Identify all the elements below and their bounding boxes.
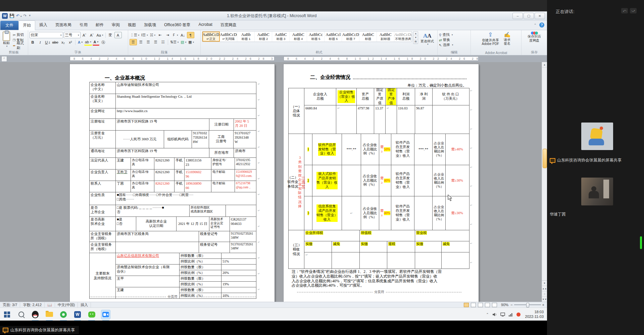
style-item[interactable]: AaBbC标题 4 (290, 32, 307, 42)
ribbon-tab[interactable]: 引用 (76, 20, 92, 30)
sort-icon[interactable]: A↓ (180, 32, 186, 38)
collapse-ribbon-icon[interactable]: ⌃ (534, 23, 537, 27)
web-layout-view-icon[interactable] (478, 303, 483, 307)
vertical-scrollbar[interactable]: ▲ ▼ ▲▲ ○ ▼▼ (542, 62, 547, 302)
font-family-select[interactable]: 仿宋▾ (30, 32, 63, 38)
restore-button[interactable]: ▢ (524, 13, 534, 19)
next-page-icon[interactable]: ▼▼ (542, 297, 547, 302)
scroll-down-icon[interactable]: ▼ (542, 281, 547, 286)
create-pdf-button[interactable]: ⇪ 创建并共享 Adobe PDF (481, 31, 501, 46)
style-item[interactable]: AaBbC标题 2 (255, 32, 272, 42)
shrink-font-icon[interactable]: Aˇ (89, 32, 95, 38)
cut-button[interactable]: ✂剪切 (13, 32, 27, 37)
network-icon[interactable] (508, 313, 513, 317)
subscript-button[interactable]: x₂ (60, 40, 66, 45)
ribbon-tab[interactable]: Office360 签章 (160, 20, 194, 30)
wechat-icon[interactable] (87, 310, 96, 319)
meeting-app-icon[interactable] (101, 310, 110, 319)
print-layout-view-icon[interactable] (464, 303, 469, 307)
find-button[interactable]: ⚲查找▾ (439, 32, 469, 37)
scrollbar-thumb[interactable] (543, 149, 547, 168)
zoom-slider-thumb[interactable] (526, 303, 529, 307)
word-taskbar-icon[interactable]: W (73, 310, 82, 319)
zoom-out-icon[interactable]: − (510, 303, 512, 307)
pop-out-right-icon[interactable]: ⤻ (630, 8, 637, 13)
style-item[interactable]: AaBbC标题 3 (272, 32, 290, 42)
character-border-icon[interactable]: A (114, 32, 122, 38)
participant-video-2[interactable] (581, 178, 613, 205)
style-item[interactable]: AaBb标题 1 (237, 32, 255, 42)
sidebar-scroll-indicator[interactable] (640, 236, 642, 249)
styles-gallery-scroll[interactable]: ▲▼▤ (413, 31, 418, 44)
browser-icon[interactable] (59, 310, 68, 319)
style-item[interactable]: AaBbCcDd↵无间隔 (220, 32, 237, 42)
qq-icon[interactable] (31, 310, 40, 319)
style-item[interactable]: AaBbCcD标题 7 (342, 32, 359, 42)
document-page-1[interactable]: 一、企业基本概况 企业名称 （中文）山东华迪智能技术有限公司企业名称 （英文）S… (70, 64, 275, 302)
start-button[interactable] (3, 310, 11, 319)
style-item[interactable]: AaBbCcDd↵正文 (202, 32, 220, 42)
decrease-indent-icon[interactable]: ⇤ (157, 32, 163, 38)
increase-indent-icon[interactable]: ⇥ (164, 32, 171, 38)
zoom-in-icon[interactable]: + (542, 303, 544, 307)
text-effects-icon[interactable]: A▾ (77, 40, 84, 45)
asian-layout-icon[interactable]: Ｆ▾ (171, 32, 179, 38)
ribbon-tab[interactable]: 邮件 (92, 20, 108, 30)
proofing-icon[interactable]: 📖 (45, 303, 55, 307)
highlight-color-icon[interactable]: ab▾ (84, 39, 92, 46)
tab-selector-icon[interactable]: ⌜ (1, 56, 7, 62)
numbering-icon[interactable]: Ⅰ☰▾ (141, 32, 149, 38)
justify-button[interactable]: ☰ (152, 39, 159, 45)
style-item[interactable]: AaBbCc标题 5 (307, 32, 325, 42)
file-tab[interactable]: 文件 (0, 21, 18, 30)
pop-out-left-icon[interactable]: ⤺ (621, 8, 628, 13)
file-explorer-icon[interactable] (45, 310, 54, 319)
zoom-slider[interactable] (514, 304, 541, 305)
distribute-button[interactable]: ☷ (160, 39, 166, 45)
volume-icon[interactable] (492, 313, 497, 317)
insert-mode[interactable]: 插入 (78, 302, 91, 307)
font-size-select[interactable]: 三号▾ (64, 32, 81, 38)
ruler-left-segment[interactable]: 8 6 4 2 2 4 6 8 10 12 14 16 18 20 22 24 … (70, 56, 275, 61)
format-painter-button[interactable]: ✒格式刷 (13, 43, 27, 48)
style-item[interactable]: AaBbC副标题 (377, 32, 394, 42)
zoom-level[interactable]: 90% (501, 303, 508, 307)
style-item[interactable]: AaBbCcDd不明显强调 (394, 32, 412, 42)
page-indicator[interactable]: 页面: 3/7 (0, 302, 20, 307)
ribbon-tab[interactable]: 开始 (18, 20, 35, 30)
scroll-up-icon[interactable]: ▲ (542, 62, 547, 67)
align-center-button[interactable]: ☰ (138, 39, 144, 45)
phonetic-guide-icon[interactable]: 变 (107, 32, 114, 38)
draft-view-icon[interactable] (492, 303, 497, 307)
save-to-baidu-button[interactable]: 保存到百 度网盘 (523, 31, 546, 43)
close-button[interactable]: ✕ (535, 13, 545, 19)
bullets-icon[interactable]: ⋮☰▾ (130, 32, 140, 38)
style-item[interactable]: AaBbCcl标题 6 (325, 32, 342, 42)
word-count[interactable]: 字数: 2,412 (20, 302, 45, 307)
display-icon[interactable] (500, 313, 505, 317)
select-button[interactable]: ↖选择▾ (439, 42, 469, 47)
align-right-button[interactable]: ☰ (145, 39, 152, 45)
select-browse-object-icon[interactable]: ○ (542, 291, 547, 297)
strikethrough-button[interactable]: abe (52, 40, 59, 45)
borders-icon[interactable]: ▦▾ (188, 39, 195, 45)
minimize-button[interactable]: – (512, 13, 523, 19)
ribbon-tab[interactable]: Acrobat (194, 20, 216, 30)
save-icon[interactable]: 💾 (9, 14, 14, 18)
shading-icon[interactable]: ▧▾ (180, 39, 187, 45)
redo-icon[interactable]: ↷ (23, 14, 27, 18)
multilevel-list-icon[interactable]: ☵▾ (149, 32, 156, 38)
italic-button[interactable]: I (37, 40, 44, 45)
undo-icon[interactable]: ↶▾ (16, 14, 22, 18)
fullscreen-view-icon[interactable] (471, 303, 476, 307)
ribbon-tab[interactable]: 页面布局 (51, 20, 76, 30)
ribbon-tab[interactable]: 百度网盘 (216, 20, 241, 30)
show-marks-button[interactable]: ¶ (187, 32, 194, 38)
enclose-characters-icon[interactable]: Ⓐ (100, 40, 107, 45)
search-icon[interactable] (17, 310, 26, 319)
document-page-2[interactable]: 二、企业经营情况 单位：万元，确定到小数点后两位。 （一） 总体 情况企业收入 … (284, 64, 479, 302)
bold-button[interactable]: B (30, 40, 36, 45)
word-logo-icon[interactable]: W (2, 13, 8, 19)
superscript-button[interactable]: x² (67, 40, 74, 45)
language-indicator[interactable]: 中文(中国) (55, 302, 78, 307)
